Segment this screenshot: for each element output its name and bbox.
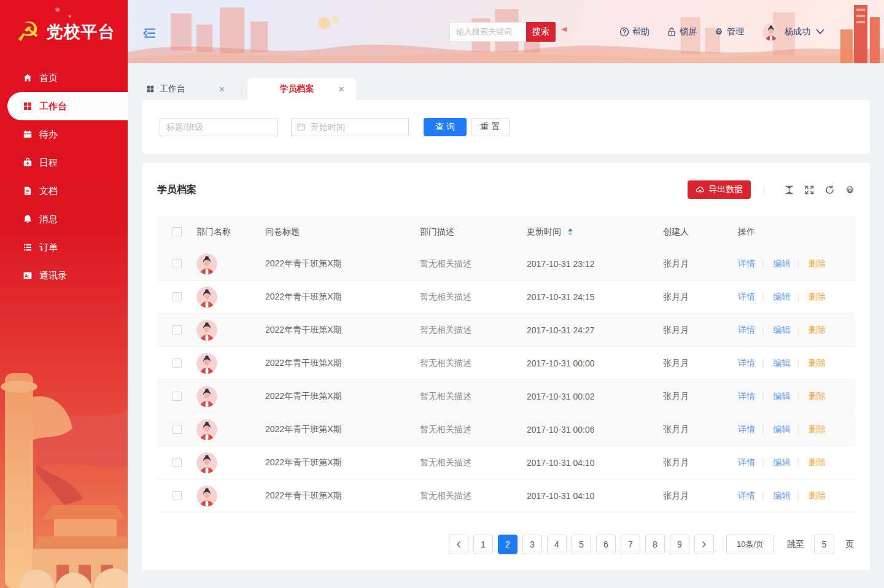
sidebar-item-documents[interactable]: 文档 (0, 177, 128, 205)
sidebar-collapse-icon[interactable] (142, 27, 156, 39)
creator-name: 张月月 (663, 424, 738, 435)
page-button[interactable]: 9 (670, 535, 689, 554)
page-button[interactable]: 5 (572, 535, 591, 554)
row-actions: 详情| 编辑| 删除 (738, 325, 855, 336)
calendar-icon (23, 130, 33, 139)
row-checkbox[interactable] (173, 491, 182, 500)
edit-link[interactable]: 编辑 (774, 292, 791, 301)
page-size-select[interactable]: 10条/页 (726, 535, 774, 554)
detail-link[interactable]: 详情 (738, 391, 755, 401)
edit-link[interactable]: 编辑 (774, 258, 791, 268)
detail-link[interactable]: 详情 (738, 292, 755, 301)
gear-icon (714, 27, 724, 37)
delete-link[interactable]: 删除 (808, 490, 826, 500)
sidebar-item-todo[interactable]: 待办 (0, 120, 128, 149)
table-row: 2022年青干班第X期 暂无相关描述 2017-10-31 24:15 张月月 … (157, 280, 855, 314)
row-checkbox[interactable] (173, 392, 182, 401)
detail-link[interactable]: 详情 (738, 424, 755, 434)
search-button[interactable]: 搜索 (526, 22, 556, 42)
delete-link[interactable]: 删除 (808, 325, 826, 335)
star-icon: ★ (68, 14, 72, 19)
delete-link[interactable]: 删除 (808, 457, 826, 467)
delete-link[interactable]: 删除 (808, 258, 826, 268)
column-dept-name: 部门名称 (196, 226, 265, 238)
start-date-input[interactable] (291, 118, 409, 136)
sidebar-item-schedule[interactable]: 日程 (0, 149, 128, 177)
row-checkbox[interactable] (173, 425, 182, 434)
delete-link[interactable]: 删除 (808, 424, 826, 434)
delete-link[interactable]: 删除 (808, 358, 826, 368)
detail-link[interactable]: 详情 (738, 457, 755, 467)
sort-icon[interactable] (568, 228, 573, 236)
row-height-icon[interactable] (784, 185, 794, 195)
row-checkbox[interactable] (173, 458, 182, 467)
query-button[interactable]: 查 询 (424, 118, 467, 136)
edit-link[interactable]: 编辑 (774, 490, 791, 500)
questionnaire-title: 2022年青干班第X期 (265, 358, 420, 369)
row-checkbox[interactable] (173, 358, 182, 368)
tab-student-archive[interactable]: 学员档案 ✕ (247, 78, 356, 100)
fullscreen-icon[interactable] (804, 185, 815, 195)
page-button[interactable]: 2 (498, 535, 518, 554)
export-data-button[interactable]: 导出数据 (688, 180, 751, 199)
creator-name: 张月月 (663, 391, 738, 402)
sidebar-item-orders[interactable]: 订单 (0, 233, 128, 261)
sidebar-item-home[interactable]: 首页 (0, 64, 128, 92)
close-icon[interactable]: ✕ (217, 85, 227, 94)
jump-page-input[interactable] (814, 535, 834, 554)
page-button[interactable]: 7 (621, 535, 640, 554)
detail-link[interactable]: 详情 (738, 358, 755, 368)
row-actions: 详情| 编辑| 删除 (738, 258, 855, 269)
contacts-icon: A: (23, 271, 33, 280)
page-button[interactable]: 3 (522, 535, 542, 554)
sidebar: ★ ★ ☭ 党校平台 首页 工作台 待办 日程 文档 消息 (0, 0, 128, 588)
title-class-input[interactable] (160, 118, 277, 136)
prev-page-button[interactable] (449, 535, 468, 554)
table-row: 2022年青干班第X期 暂无相关描述 2017-10-31 24:27 张月月 … (157, 314, 855, 347)
detail-link[interactable]: 详情 (738, 325, 755, 335)
reset-button[interactable]: 重 置 (471, 118, 510, 136)
delete-link[interactable]: 删除 (808, 292, 826, 301)
calendar-icon (297, 122, 306, 131)
table-row: 2022年青干班第X期 暂无相关描述 2017-10-31 04:10 张月月 … (157, 446, 855, 479)
close-icon[interactable]: ✕ (336, 85, 346, 94)
edit-link[interactable]: 编辑 (774, 358, 791, 368)
user-menu[interactable]: 杨成功 (762, 23, 824, 41)
page-button[interactable]: 6 (596, 535, 616, 554)
delete-link[interactable]: 删除 (808, 391, 826, 401)
global-search: 搜索 (449, 22, 556, 42)
creator-name: 张月月 (663, 325, 738, 336)
search-input[interactable] (449, 22, 526, 42)
select-all-checkbox[interactable] (173, 227, 182, 236)
manage-menu-item[interactable]: 管理 (714, 26, 744, 37)
tab-workbench[interactable]: 工作台 ✕ (142, 78, 235, 100)
edit-link[interactable]: 编辑 (774, 391, 791, 401)
edit-link[interactable]: 编辑 (774, 457, 791, 467)
detail-link[interactable]: 详情 (738, 490, 755, 500)
column-creator: 创建人 (663, 226, 738, 238)
refresh-icon[interactable] (824, 185, 835, 195)
user-avatar (762, 23, 780, 41)
creator-name: 张月月 (663, 258, 738, 269)
cloud-export-icon (696, 185, 705, 195)
next-page-button[interactable] (694, 535, 714, 554)
sidebar-item-messages[interactable]: 消息 (0, 205, 128, 233)
row-actions: 详情| 编辑| 删除 (738, 490, 855, 501)
page-button[interactable]: 1 (473, 535, 493, 554)
settings-gear-icon[interactable] (845, 185, 855, 195)
page-button[interactable]: 8 (645, 535, 665, 554)
row-checkbox[interactable] (173, 325, 182, 335)
creator-name: 张月月 (663, 490, 738, 501)
sidebar-item-workbench[interactable]: 工作台 (7, 92, 128, 120)
row-checkbox[interactable] (173, 292, 182, 301)
questionnaire-title: 2022年青干班第X期 (265, 391, 420, 402)
edit-link[interactable]: 编辑 (774, 325, 791, 335)
help-menu-item[interactable]: 帮助 (619, 26, 649, 37)
sidebar-item-contacts[interactable]: A: 通讯录 (0, 261, 128, 290)
detail-link[interactable]: 详情 (738, 258, 755, 268)
pagination: 1 2 3 4 5 6 7 8 (157, 535, 854, 570)
page-button[interactable]: 4 (547, 535, 567, 554)
lock-screen-menu-item[interactable]: 锁屏 (667, 26, 697, 37)
edit-link[interactable]: 编辑 (774, 424, 791, 434)
row-checkbox[interactable] (173, 259, 182, 268)
